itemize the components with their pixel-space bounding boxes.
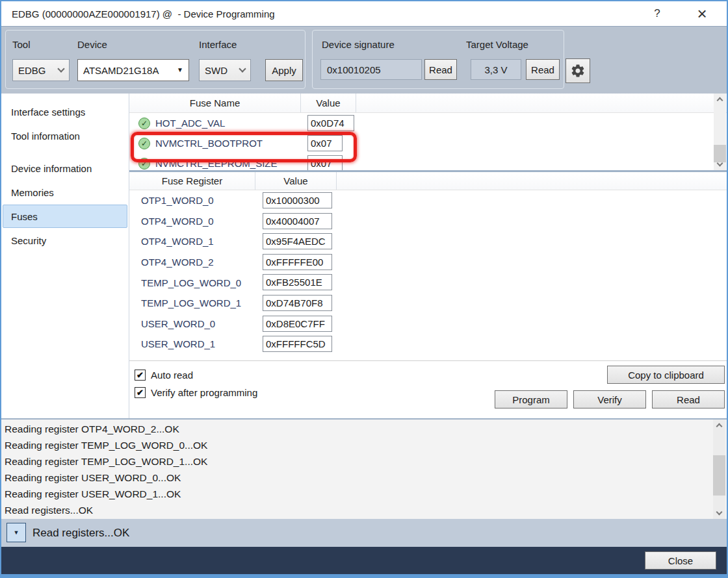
fuse-row[interactable]: ✓ NVMCTRL_BOOTPROT: [129, 133, 727, 153]
status-message: Read registers...OK: [32, 527, 129, 540]
scroll-up-icon[interactable]: [713, 420, 725, 431]
signature-voltage-group: Device signature Target Voltage 0x100102…: [312, 30, 564, 89]
footer-bar: Close: [1, 547, 727, 574]
program-button[interactable]: Program: [495, 390, 567, 408]
help-icon: ?: [654, 7, 660, 20]
fuse-name: NVMCTRL_EEPROM_SIZE: [155, 158, 278, 169]
sidebar-item[interactable]: Fuses: [3, 205, 127, 228]
register-value-input[interactable]: [263, 316, 332, 332]
register-value-input[interactable]: [263, 295, 332, 311]
status-expand-button[interactable]: ▼: [6, 523, 26, 542]
register-name: USER_WORD_1: [141, 338, 215, 349]
fuse-table-rows: ✓ HOT_ADC_VAL ✓ NVMCTRL_BOOTPROT ✓ NVMCT…: [129, 113, 727, 170]
register-name: TEMP_LOG_WORD_1: [141, 297, 241, 308]
log-line: Reading register USER_WORD_1...OK: [5, 486, 710, 502]
check-circle-icon: ✓: [138, 138, 150, 149]
fuse-table-scrollbar[interactable]: [714, 94, 726, 170]
read-signature-button[interactable]: Read: [424, 59, 457, 80]
settings-button[interactable]: [566, 58, 590, 83]
sidebar: Interface settings Tool information Devi…: [1, 94, 129, 418]
device-signature-field[interactable]: 0x10010205: [320, 59, 422, 80]
fuse-name-header: Fuse Name: [129, 94, 301, 112]
scrollbar-thumb[interactable]: [713, 455, 725, 496]
apply-button[interactable]: Apply: [265, 59, 303, 81]
scroll-down-icon[interactable]: [714, 159, 726, 170]
scroll-down-icon[interactable]: [713, 508, 725, 519]
register-row[interactable]: USER_WORD_1: [129, 334, 727, 355]
sidebar-item[interactable]: Security: [3, 229, 127, 252]
sidebar-item-label: Device information: [11, 163, 92, 174]
sidebar-item-label: Fuses: [11, 211, 38, 222]
check-circle-icon: ✓: [138, 118, 150, 129]
register-name: OTP4_WORD_2: [141, 257, 214, 268]
register-row[interactable]: TEMP_LOG_WORD_1: [129, 293, 727, 314]
dropdown-arrow-icon: ▼: [14, 530, 20, 536]
register-row[interactable]: OTP4_WORD_1: [129, 231, 727, 252]
register-row[interactable]: TEMP_LOG_WORD_0: [129, 272, 727, 293]
sidebar-item[interactable]: Device information: [3, 157, 127, 180]
status-bar: ▼ Read registers...OK: [1, 519, 727, 547]
verify-after-programming-checkbox[interactable]: ✔: [135, 387, 146, 398]
help-button[interactable]: ?: [646, 1, 668, 26]
interface-select[interactable]: SWD: [199, 59, 251, 81]
log-lines: Reading register OTP4_WORD_2...OKReading…: [5, 421, 710, 518]
options-and-actions: ✔ Auto read ✔ Verify after programming C…: [129, 360, 727, 418]
tool-label: Tool: [12, 39, 31, 50]
register-name: TEMP_LOG_WORD_0: [141, 277, 241, 288]
chevron-down-icon: [239, 65, 246, 72]
register-name: OTP4_WORD_1: [141, 236, 214, 247]
close-button[interactable]: Close: [645, 551, 716, 570]
fuse-table-header: Fuse Name Value: [129, 94, 727, 113]
log-line: Read registers...OK: [5, 502, 710, 518]
tool-select[interactable]: EDBG: [12, 59, 70, 81]
fuse-row[interactable]: ✓ NVMCTRL_EEPROM_SIZE: [129, 153, 727, 170]
log-panel: Reading register OTP4_WORD_2...OKReading…: [1, 418, 727, 519]
register-value-input[interactable]: [263, 233, 332, 249]
checkmark-icon: ✔: [136, 388, 144, 397]
fuse-value-input[interactable]: [307, 135, 343, 151]
fuse-row[interactable]: ✓ HOT_ADC_VAL: [129, 113, 727, 133]
register-value-input[interactable]: [263, 213, 332, 229]
sidebar-item-label: Interface settings: [11, 107, 85, 118]
register-row[interactable]: OTP4_WORD_0: [129, 211, 727, 232]
auto-read-option[interactable]: ✔ Auto read: [135, 370, 193, 381]
dropdown-arrow-icon: ▼: [177, 67, 183, 73]
device-label: Device: [77, 39, 107, 50]
sidebar-item[interactable]: Memories: [3, 181, 127, 204]
fuse-value-input[interactable]: [307, 155, 343, 170]
register-value-input[interactable]: [263, 254, 332, 270]
tool-device-interface-group: Tool Device Interface EDBG ATSAMD21G18A …: [5, 30, 306, 89]
register-value-input[interactable]: [263, 336, 332, 352]
register-row[interactable]: OTP4_WORD_2: [129, 252, 727, 273]
sidebar-item[interactable]: Interface settings: [3, 100, 127, 123]
log-scrollbar[interactable]: [713, 420, 725, 519]
window-close-button[interactable]: ×: [689, 1, 715, 26]
scroll-up-icon[interactable]: [714, 94, 726, 105]
verify-button[interactable]: Verify: [573, 390, 646, 408]
log-line: Reading register TEMP_LOG_WORD_0...OK: [5, 437, 710, 453]
title-bar: EDBG (00000000AZE000001917) @ - Device P…: [1, 1, 727, 26]
fuse-table-pane: Fuse Name Value ✓ HOT_ADC_VAL ✓ NVMCTRL_…: [129, 94, 727, 170]
read-button[interactable]: Read: [652, 390, 725, 408]
sidebar-item-label: Tool information: [11, 131, 80, 142]
read-voltage-button[interactable]: Read: [526, 59, 560, 80]
register-value-input[interactable]: [263, 192, 332, 208]
target-voltage-label: Target Voltage: [466, 39, 528, 50]
content-area: Fuse Name Value ✓ HOT_ADC_VAL ✓ NVMCTRL_…: [129, 94, 727, 418]
target-voltage-field[interactable]: 3,3 V: [471, 59, 521, 80]
checkmark-icon: ✔: [136, 370, 144, 380]
register-name-header: Fuse Register: [129, 172, 255, 190]
gear-icon: [570, 63, 586, 79]
check-circle-icon: ✓: [138, 158, 150, 170]
fuse-value-input[interactable]: [307, 115, 354, 131]
verify-after-programming-option[interactable]: ✔ Verify after programming: [135, 387, 257, 398]
register-value-input[interactable]: [263, 274, 332, 290]
device-select[interactable]: ATSAMD21G18A ▼: [77, 59, 189, 81]
copy-to-clipboard-button[interactable]: Copy to clipboard: [607, 366, 725, 384]
auto-read-checkbox[interactable]: ✔: [135, 370, 146, 381]
verify-after-programming-label: Verify after programming: [151, 387, 257, 398]
register-row[interactable]: USER_WORD_0: [129, 314, 727, 334]
register-row[interactable]: OTP1_WORD_0: [129, 190, 727, 211]
register-table-header: Fuse Register Value: [129, 172, 727, 190]
sidebar-item[interactable]: Tool information: [3, 124, 127, 147]
